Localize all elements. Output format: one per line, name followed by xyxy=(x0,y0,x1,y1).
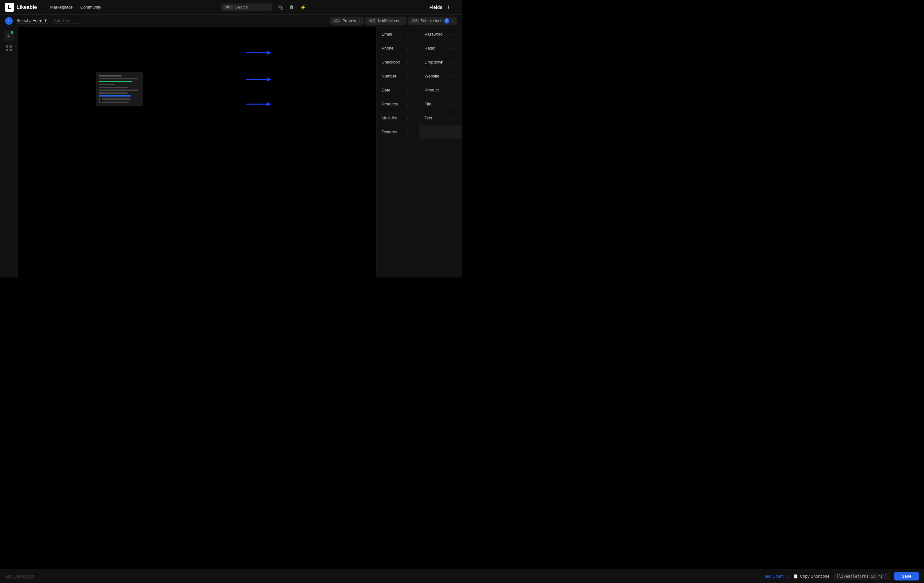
clip-icon-btn[interactable]: 📎 xyxy=(276,3,285,12)
arrow-2 xyxy=(246,76,271,83)
add-field-button[interactable]: + xyxy=(445,4,452,11)
field-item-file[interactable]: File ⋮⋮ xyxy=(419,97,462,111)
field-item-phone[interactable]: Phone ⋮⋮ xyxy=(376,41,419,55)
field-item-textarea[interactable]: Textarea ⋮⋮ xyxy=(376,125,419,139)
arrow-1 xyxy=(246,49,271,56)
submissions-label: Submissions xyxy=(421,19,442,23)
search-bar[interactable]: ⌘Z Search xyxy=(221,3,272,11)
select-form-arrow: ▼ xyxy=(43,18,48,23)
field-label-textarea: Textarea xyxy=(382,130,398,134)
field-label-password: Password xyxy=(424,32,442,36)
svg-rect-3 xyxy=(10,49,12,51)
logo-icon: L xyxy=(5,3,14,12)
svg-rect-2 xyxy=(6,49,8,51)
field-item-text[interactable]: Text ⋮⋮ xyxy=(419,111,462,125)
main-layout: L xyxy=(0,27,462,278)
logo: L Likeable xyxy=(5,3,37,12)
fp-line-med-1 xyxy=(99,87,128,88)
field-item-password[interactable]: Password ⋮⋮ xyxy=(419,27,462,41)
field-drag-radio[interactable]: ⋮⋮ xyxy=(449,46,457,51)
nav-community[interactable]: Community xyxy=(77,3,104,11)
field-item-date[interactable]: Date ⋮⋮ xyxy=(376,83,419,97)
nav-icons: 📎 🗑 ⚡ xyxy=(276,3,308,12)
field-label-date: Date xyxy=(382,87,390,92)
field-drag-product[interactable]: ⋮⋮ xyxy=(449,88,457,92)
search-kbd: ⌘Z xyxy=(224,5,233,10)
fp-line-green xyxy=(99,81,132,82)
fp-line-med-2 xyxy=(99,92,128,94)
field-label-checkbox: Checkbox xyxy=(382,60,400,64)
field-item-dropdown[interactable]: Dropdown ⋮⋮ xyxy=(419,55,462,69)
fields-title: Fields xyxy=(430,5,442,10)
field-item-radio[interactable]: Radio ⋮⋮ xyxy=(419,41,462,55)
field-drag-number[interactable]: ⋮⋮ xyxy=(406,74,414,78)
field-drag-date[interactable]: ⋮⋮ xyxy=(406,88,414,92)
field-label-email: Email xyxy=(382,32,392,36)
field-label-website: Website xyxy=(424,74,439,78)
search-placeholder: Search xyxy=(235,5,248,10)
field-label-products: Products xyxy=(382,102,398,106)
sidebar-grid-icon[interactable] xyxy=(4,43,14,53)
fp-line-1 xyxy=(99,78,138,79)
svg-marker-9 xyxy=(267,102,271,106)
field-item-product[interactable]: Product ⋮⋮ xyxy=(419,83,462,97)
field-drag-checkbox[interactable]: ⋮⋮ xyxy=(406,60,414,64)
fields-panel-title-area: Fields + xyxy=(424,4,457,11)
field-label-dropdown: Dropdown xyxy=(424,60,443,64)
add-form-button[interactable]: + xyxy=(5,17,13,25)
field-label-number: Number xyxy=(382,74,396,78)
field-item-products[interactable]: Products ⋮⋮ xyxy=(376,97,419,111)
field-drag-dropdown[interactable]: ⋮⋮ xyxy=(449,60,457,64)
svg-rect-1 xyxy=(10,45,12,48)
nav-links: Marketplace Community xyxy=(47,3,104,11)
select-form-dropdown[interactable]: Select a Form ▼ xyxy=(16,18,48,24)
notifications-label: Notifications xyxy=(378,19,399,23)
add-title-input[interactable]: Add Title xyxy=(54,18,79,24)
tab-notifications[interactable]: ⌘E Notifications + xyxy=(365,17,406,25)
tab-group: ⌘X Preview + ⌘E Notifications + ⌘B Submi… xyxy=(330,17,457,25)
field-drag-file[interactable]: ⋮⋮ xyxy=(449,102,457,106)
svg-marker-7 xyxy=(267,77,271,82)
preview-kbd: ⌘X xyxy=(333,19,341,23)
field-item-number[interactable]: Number ⋮⋮ xyxy=(376,69,419,83)
field-drag-textarea[interactable]: ⋮⋮ xyxy=(406,130,414,134)
fp-radio-group-1 xyxy=(99,98,140,100)
bolt-icon-btn[interactable]: ⚡ xyxy=(299,3,308,12)
sidebar-logo: L xyxy=(4,30,14,41)
canvas xyxy=(18,27,376,278)
field-drag-email[interactable]: ⋮⋮ xyxy=(406,32,414,36)
fp-line-2 xyxy=(99,89,138,91)
nav-marketplace[interactable]: Marketplace xyxy=(47,3,76,11)
field-drag-phone[interactable]: ⋮⋮ xyxy=(406,46,414,51)
field-item-email[interactable]: Email ⋮⋮ xyxy=(376,27,419,41)
fp-radio-1 xyxy=(99,98,101,100)
top-nav: L Likeable Marketplace Community ⌘Z Sear… xyxy=(0,0,462,15)
notifications-kbd: ⌘E xyxy=(368,19,376,23)
field-drag-text[interactable]: ⋮⋮ xyxy=(449,116,457,120)
tab-preview[interactable]: ⌘X Preview + xyxy=(330,17,364,25)
fp-radio-group-2 xyxy=(99,101,140,103)
field-item-checkbox[interactable]: Checkbox ⋮⋮ xyxy=(376,55,419,69)
field-label-text: Text xyxy=(424,115,432,120)
field-item-multi-file[interactable]: Multi-file ⋮⋮ xyxy=(376,111,419,125)
field-drag-multi-file[interactable]: ⋮⋮ xyxy=(406,116,414,120)
right-fields-panel: Email ⋮⋮ Password ⋮⋮ Phone ⋮⋮ Radio ⋮⋮ C… xyxy=(376,27,462,278)
fp-radio-2 xyxy=(99,101,101,103)
field-label-file: File xyxy=(424,102,431,106)
field-item-website[interactable]: Website ⋮⋮ xyxy=(419,69,462,83)
field-drag-password[interactable]: ⋮⋮ xyxy=(449,32,457,36)
field-drag-products[interactable]: ⋮⋮ xyxy=(406,102,414,106)
tab-submissions[interactable]: ⌘B Submissions 0 + xyxy=(408,17,457,25)
svg-marker-5 xyxy=(267,51,271,55)
online-indicator xyxy=(11,31,13,34)
trash-icon-btn[interactable]: 🗑 xyxy=(287,3,296,12)
fp-line-short xyxy=(99,84,116,85)
select-form-label: Select a Form xyxy=(16,18,42,23)
field-label-multi-file: Multi-file xyxy=(382,115,397,120)
fp-title-line xyxy=(99,75,122,77)
field-drag-website[interactable]: ⋮⋮ xyxy=(449,74,457,78)
field-label-product: Product xyxy=(424,87,439,92)
submissions-kbd: ⌘B xyxy=(411,19,419,23)
preview-label: Preview xyxy=(343,19,356,23)
field-label-radio: Radio xyxy=(424,46,435,51)
